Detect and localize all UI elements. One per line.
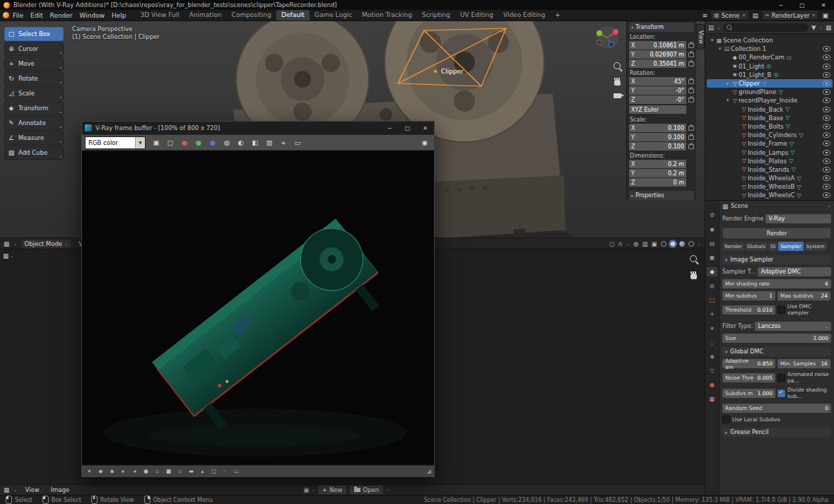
visibility-eye-icon[interactable] (823, 175, 830, 181)
vfb-footer-icon[interactable]: ◇ (175, 467, 184, 476)
max-subdivs-field[interactable]: Max subdivs 24 (777, 291, 830, 300)
snap-magnet-icon[interactable]: ∩ (618, 240, 622, 247)
vfb-footer-icon[interactable]: ◂ (130, 467, 139, 476)
image-editor-image-menu[interactable]: Image (47, 486, 74, 493)
expand-arrow-icon[interactable]: ▾ (709, 37, 715, 43)
location-field[interactable]: Z 0.35041 m (629, 59, 686, 68)
vfb-footer-icon[interactable]: □ (209, 467, 218, 476)
image-datablock-icon[interactable]: ▣ (303, 486, 309, 493)
outliner-row[interactable]: 01_Light_B ◎ (707, 71, 833, 79)
vfb-footer-icon[interactable]: ▬ (187, 467, 196, 476)
outliner-row[interactable]: Inside_Base ▽ (707, 114, 833, 122)
outliner-row[interactable]: Inside_Frame ▽ (707, 139, 833, 148)
breadcrumb-scene[interactable]: Scene (731, 203, 748, 209)
tool-button[interactable]: ▧ Add Cube (4, 146, 64, 160)
properties-tab-icon[interactable]: ● (707, 380, 717, 389)
dimensions-field[interactable]: Z 0 m (629, 178, 686, 187)
new-image-button[interactable]: + New (317, 485, 348, 495)
close-button[interactable]: ✕ (813, 0, 834, 10)
editor-type-icon[interactable]: ▦ (4, 240, 9, 247)
xray-toggle-icon[interactable]: ▣ (652, 240, 657, 247)
outliner-row[interactable]: Inside_Stands ▽ (707, 165, 833, 174)
lock-icon[interactable] (688, 61, 694, 66)
menu-item[interactable]: Window (76, 12, 109, 19)
vray-frame-buffer-window[interactable]: V-Ray frame buffer - [100% of 800 x 720]… (81, 121, 435, 477)
lock-icon[interactable] (688, 88, 694, 93)
settings-tab[interactable]: Globals (745, 242, 768, 251)
properties-tab-icon[interactable]: ▤ (707, 239, 717, 248)
pan-hand-icon[interactable] (614, 80, 621, 86)
view-layer-selector[interactable]: ≡ RenderLayer ✕ (761, 10, 820, 20)
visibility-eye-icon[interactable] (823, 167, 830, 172)
workspace-tab[interactable]: Default (276, 10, 310, 20)
vfb-titlebar[interactable]: V-Ray frame buffer - [100% of 800 x 720]… (82, 122, 434, 134)
vfb-footer-icon[interactable]: ◦ (221, 467, 230, 476)
properties-tab-icon[interactable]: ⚙ (707, 211, 717, 220)
editor-type-icon[interactable]: ▦ (4, 486, 9, 493)
tool-button[interactable]: + Move (4, 57, 64, 71)
camera-view-icon[interactable] (613, 93, 621, 98)
outliner-row[interactable]: Inside_Bolts ▽ (707, 122, 833, 131)
editor-type-icon[interactable]: ▤ (708, 24, 714, 31)
overlays-icon[interactable]: ◍ (633, 240, 638, 247)
new-collection-icon[interactable]: ▦ (826, 24, 831, 31)
visibility-eye-icon[interactable] (823, 98, 830, 103)
scene-selector[interactable]: ▦ Scene ✕ (710, 10, 749, 20)
expand-arrow-icon[interactable]: ▾ (717, 46, 723, 52)
menu-item[interactable]: Edit (27, 12, 46, 19)
properties-tab-icon[interactable]: ◌ (707, 338, 717, 347)
vfb-footer-icon[interactable]: ▸ (119, 467, 128, 476)
unlink-layer-icon[interactable]: ✕ (812, 13, 816, 18)
zoom-icon[interactable] (690, 255, 697, 262)
outliner-row[interactable]: Inside_WheelsC ▽ (707, 191, 833, 199)
shading-wireframe-icon[interactable] (661, 241, 666, 247)
maximize-button[interactable]: □ (792, 0, 813, 10)
settings-tab[interactable]: System (804, 242, 827, 251)
outliner-row[interactable]: Inside_WheelsA ▽ (707, 174, 833, 182)
rotation-field[interactable]: Z -0° (629, 95, 686, 104)
settings-tab[interactable]: Render (722, 242, 744, 251)
animated-noise-checkbox[interactable]: Animated noise pa... (777, 371, 831, 384)
tool-button[interactable]: ◈ Transform (4, 101, 64, 115)
rotation-mode-dropdown[interactable]: XYZ Euler ⌄ (629, 105, 686, 114)
min-subdivs-field[interactable]: Min subdivs 1 (722, 291, 775, 300)
outliner-row[interactable]: Inside_Plates ▽ (707, 157, 833, 165)
properties-tab-icon[interactable]: ◍ (707, 281, 717, 291)
workspace-tab[interactable]: Animation (184, 10, 227, 20)
dimensions-field[interactable]: X 0.2 m (629, 160, 686, 168)
workspace-tab[interactable]: Motion Tracking (357, 10, 417, 20)
random-seed-field[interactable]: Random Seed 0 (722, 404, 831, 413)
vfb-render-canvas[interactable] (82, 151, 434, 464)
workspace-tab[interactable]: Game Logic (310, 10, 357, 20)
scale-field[interactable]: X 0.100 (629, 124, 686, 132)
properties-tab-icon[interactable]: ▩ (707, 394, 717, 404)
settings-tab[interactable]: Sampler (778, 242, 803, 251)
render-button[interactable]: Render (722, 228, 831, 239)
visibility-eye-icon[interactable] (823, 54, 830, 60)
adaptive-amount-field[interactable]: Adaptive am 0.850 (722, 359, 775, 368)
filter-type-dropdown[interactable]: Lanczos ⌄ (755, 322, 831, 331)
global-dmc-section-header[interactable]: ▾ Global DMC (722, 347, 831, 356)
workspace-tab[interactable]: + (550, 10, 565, 20)
unlink-scene-icon[interactable]: ✕ (742, 13, 746, 18)
properties-tab-icon[interactable]: ◉ (707, 225, 717, 234)
properties-tab-icon[interactable]: ▽ (707, 366, 717, 375)
dimensions-field[interactable]: Y 0.2 m (629, 169, 686, 177)
workspace-tab[interactable]: Video Editing (498, 10, 550, 20)
outliner-row[interactable]: Inside_Lamps ▽ (707, 148, 833, 156)
visibility-eye-icon[interactable] (823, 141, 830, 146)
sampler-type-dropdown[interactable]: Adaptive DMC ⌄ (758, 267, 831, 276)
scale-field[interactable]: Y 0.100 (629, 133, 686, 141)
visibility-eye-icon[interactable] (823, 89, 830, 95)
image-editor-corner-icon[interactable]: ▦ (3, 252, 8, 259)
grease-pencil-section-header[interactable]: ▸ Grease Pencil (722, 428, 831, 437)
search-input[interactable] (734, 23, 804, 31)
outliner-row[interactable]: ▸ Clipper ▽ (707, 79, 833, 88)
rotation-field[interactable]: Y -0° (629, 86, 686, 95)
pan-hand-icon[interactable] (691, 274, 697, 279)
outliner-row[interactable]: ▾ Collection 1 (707, 45, 833, 53)
filter-size-field[interactable]: Size 2.000 (722, 334, 831, 343)
vfb-close-button[interactable]: ✕ (416, 122, 434, 134)
rotation-field[interactable]: X 45° (629, 77, 686, 86)
lock-icon[interactable] (688, 144, 694, 149)
